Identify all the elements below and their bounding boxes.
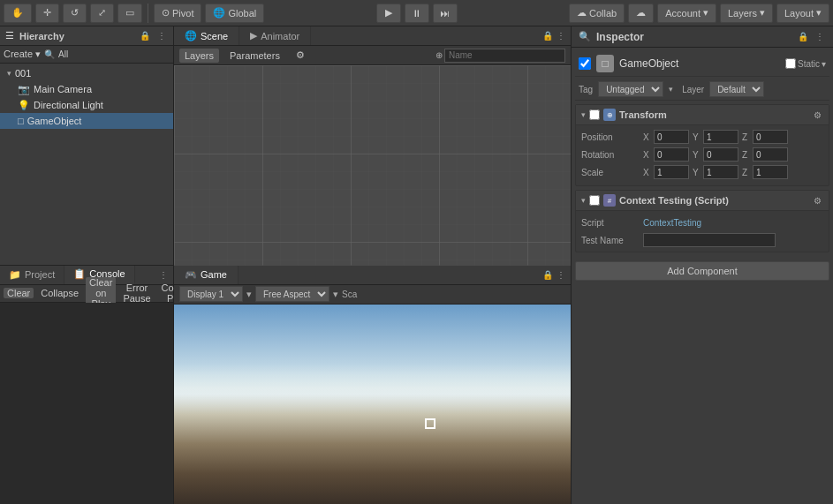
transform-settings-button[interactable]: ⚙ [812, 110, 823, 120]
hierarchy-title: Hierarchy [19, 31, 64, 41]
rotation-row: Rotation X Y Z [581, 147, 823, 162]
game-display-dropdown[interactable]: Display 1 [179, 286, 243, 302]
animator-auto-button[interactable]: ⚙ [291, 48, 310, 63]
transform-component: ▾ ⊕ Transform ⚙ Position X [575, 104, 829, 186]
gameobject-header: □ GameObject Static ▾ [575, 51, 829, 77]
pos-x-input[interactable] [654, 130, 689, 144]
hand-tool-button[interactable]: ✋ [4, 4, 32, 23]
center-panel: 🌐 Scene ▶ Animator 🔒 ⋮ Layers Param [174, 26, 572, 504]
collab-icon: ☁ [577, 7, 587, 19]
hierarchy-item-main-camera[interactable]: 📷 Main Camera [0, 81, 173, 97]
tab-scene[interactable]: 🌐 Scene [174, 26, 239, 45]
gameobject-active-checkbox[interactable] [579, 57, 591, 70]
console-error-pause-button[interactable]: Error Pause [119, 282, 154, 304]
scale-y-input[interactable] [703, 165, 738, 179]
scale-z-input[interactable] [753, 165, 788, 179]
play-button[interactable]: ▶ [376, 4, 401, 23]
inspector-icon: 🔍 [579, 31, 591, 42]
hierarchy-item-directional-light[interactable]: 💡 Directional Light [0, 97, 173, 113]
layers-label: Layers [728, 8, 757, 19]
account-button[interactable]: Account ▾ [657, 4, 716, 23]
hierarchy-item-main-camera-label: Main Camera [34, 84, 92, 94]
context-testing-icon: # [603, 194, 616, 207]
scale-row: Scale X Y Z [581, 164, 823, 180]
inspector-panel: 🔍 Inspector 🔒 ⋮ □ GameObject Static ▾ [572, 26, 833, 504]
game-panel-menu[interactable]: ⋮ [555, 270, 567, 280]
rot-z-axis: Z [742, 150, 751, 160]
game-view[interactable] [174, 305, 571, 505]
game-panel-lock[interactable]: 🔒 [541, 270, 555, 280]
game-tab-icon: 🎮 [185, 269, 197, 281]
scene-grid-canvas[interactable] [174, 65, 571, 266]
static-label: Static [798, 59, 820, 69]
inspector-lock-button[interactable]: 🔒 [796, 32, 810, 41]
tab-animator[interactable]: ▶ Animator [239, 26, 311, 45]
rotation-label: Rotation [581, 150, 643, 160]
hierarchy-create-button[interactable]: Create ▾ [4, 49, 41, 60]
hierarchy-item-001-label: 001 [15, 68, 31, 79]
scene-panel-menu[interactable]: ⋮ [555, 31, 567, 41]
rect-tool-button[interactable]: ▭ [117, 4, 142, 23]
tab-project[interactable]: 📁 Project [0, 266, 64, 284]
animator-tab-icon: ▶ [250, 30, 257, 41]
rotate-tool-button[interactable]: ↺ [63, 4, 87, 23]
collab-label: Collab [589, 8, 617, 19]
animator-tab-label: Animator [261, 31, 299, 41]
add-component-button[interactable]: Add Component [575, 261, 829, 281]
static-checkbox[interactable] [785, 58, 796, 69]
animator-search-input[interactable] [444, 49, 565, 63]
pos-z-input[interactable] [753, 130, 788, 144]
pivot-button[interactable]: ⊙ Pivot [154, 4, 201, 23]
scene-tab-label: Scene [201, 31, 228, 41]
scene-panel-lock[interactable]: 🔒 [541, 31, 555, 41]
pause-button[interactable]: ⏸ [405, 4, 429, 23]
account-dropdown-icon: ▾ [703, 7, 708, 19]
rot-x-input[interactable] [654, 147, 689, 162]
scene-animator-panel: 🌐 Scene ▶ Animator 🔒 ⋮ Layers Param [174, 26, 571, 266]
test-name-input[interactable] [643, 233, 776, 247]
hierarchy-item-gameobject-label: GameObject [27, 116, 82, 126]
hierarchy-item-gameobject[interactable]: □ GameObject [0, 113, 173, 129]
hierarchy-toolbar: Create ▾ 🔍 All [0, 46, 173, 64]
animator-layers-button[interactable]: Layers [179, 49, 219, 63]
project-console-menu[interactable]: ⋮ [157, 270, 170, 280]
cloud-button[interactable]: ☁ [628, 4, 654, 23]
transform-enable[interactable] [589, 109, 600, 120]
game-aspect-dropdown[interactable]: Free Aspect [255, 286, 329, 302]
script-value: ContextTesting [643, 218, 701, 228]
console-collapse-button[interactable]: Collapse [37, 288, 82, 298]
context-testing-component: ▾ # Context Testing (Script) ⚙ Script Co… [575, 190, 829, 252]
rot-z-input[interactable] [753, 147, 788, 162]
scale-x-input[interactable] [654, 165, 689, 179]
move-tool-button[interactable]: ✛ [35, 4, 59, 23]
global-button[interactable]: 🌐 Global [205, 4, 264, 23]
scale-fields: X Y Z [643, 165, 823, 179]
context-testing-header[interactable]: ▾ # Context Testing (Script) ⚙ [576, 191, 829, 211]
tab-game[interactable]: 🎮 Game [174, 266, 239, 284]
tag-label: Tag [579, 85, 593, 94]
inspector-menu-button[interactable]: ⋮ [814, 32, 826, 41]
context-testing-body: Script ContextTesting Test Name [576, 211, 829, 252]
hierarchy-lock-button[interactable]: 🔒 [138, 31, 152, 41]
collab-button[interactable]: ☁ Collab [569, 4, 625, 23]
layer-dropdown[interactable]: Default [709, 81, 764, 97]
animator-parameters-button[interactable]: Parameters [224, 49, 285, 63]
pos-y-axis: Y [693, 132, 701, 142]
pivot-label: Pivot [172, 8, 193, 19]
scale-tool-button[interactable]: ⤢ [90, 4, 114, 23]
step-button[interactable]: ⏭ [433, 4, 458, 23]
rot-y-axis: Y [693, 150, 701, 160]
context-testing-settings-button[interactable]: ⚙ [812, 196, 823, 206]
hierarchy-item-001[interactable]: ▾ 001 [0, 65, 173, 81]
transform-header[interactable]: ▾ ⊕ Transform ⚙ [576, 105, 829, 125]
rot-y-input[interactable] [703, 147, 738, 162]
hierarchy-menu-button[interactable]: ⋮ [155, 31, 168, 41]
pos-y-input[interactable] [703, 130, 738, 144]
context-testing-enable[interactable] [589, 195, 600, 206]
layers-button[interactable]: Layers ▾ [720, 4, 773, 23]
tag-dropdown[interactable]: Untagged [598, 81, 663, 97]
console-clear-button[interactable]: Clear [4, 288, 34, 298]
display-dropdown-icon: ▾ [246, 289, 252, 300]
layout-button[interactable]: Layout ▾ [776, 4, 829, 23]
transform-body: Position X Y Z [576, 125, 829, 185]
